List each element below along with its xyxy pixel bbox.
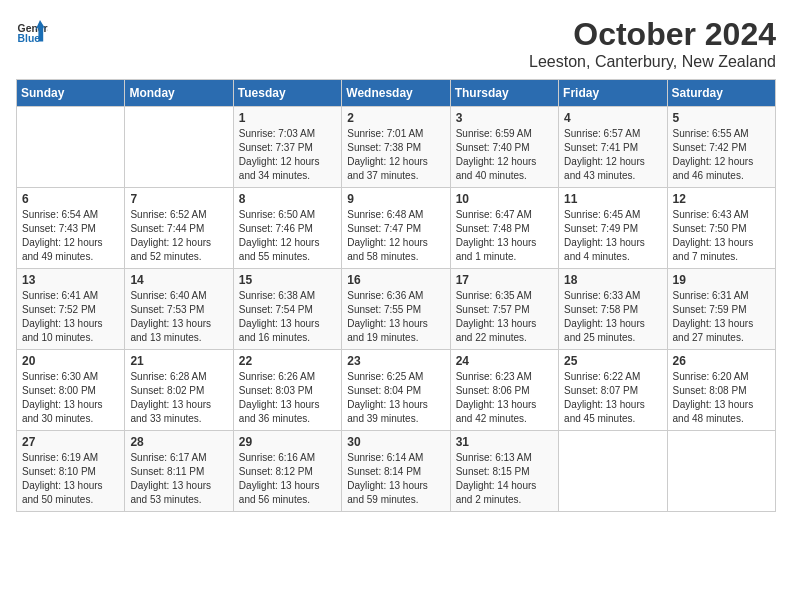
day-number: 10: [456, 192, 553, 206]
calendar-cell: 19Sunrise: 6:31 AM Sunset: 7:59 PM Dayli…: [667, 269, 775, 350]
day-info: Sunrise: 6:45 AM Sunset: 7:49 PM Dayligh…: [564, 208, 661, 264]
day-info: Sunrise: 6:36 AM Sunset: 7:55 PM Dayligh…: [347, 289, 444, 345]
day-number: 19: [673, 273, 770, 287]
day-number: 28: [130, 435, 227, 449]
calendar-cell: 25Sunrise: 6:22 AM Sunset: 8:07 PM Dayli…: [559, 350, 667, 431]
weekday-header: Wednesday: [342, 80, 450, 107]
calendar-week-row: 1Sunrise: 7:03 AM Sunset: 7:37 PM Daylig…: [17, 107, 776, 188]
day-number: 16: [347, 273, 444, 287]
calendar-cell: 15Sunrise: 6:38 AM Sunset: 7:54 PM Dayli…: [233, 269, 341, 350]
day-number: 17: [456, 273, 553, 287]
day-number: 3: [456, 111, 553, 125]
day-number: 26: [673, 354, 770, 368]
day-number: 14: [130, 273, 227, 287]
svg-text:General: General: [18, 23, 48, 34]
day-info: Sunrise: 6:13 AM Sunset: 8:15 PM Dayligh…: [456, 451, 553, 507]
day-info: Sunrise: 6:52 AM Sunset: 7:44 PM Dayligh…: [130, 208, 227, 264]
weekday-header-row: SundayMondayTuesdayWednesdayThursdayFrid…: [17, 80, 776, 107]
day-info: Sunrise: 6:59 AM Sunset: 7:40 PM Dayligh…: [456, 127, 553, 183]
calendar-cell: 23Sunrise: 6:25 AM Sunset: 8:04 PM Dayli…: [342, 350, 450, 431]
calendar-cell: 22Sunrise: 6:26 AM Sunset: 8:03 PM Dayli…: [233, 350, 341, 431]
day-info: Sunrise: 6:54 AM Sunset: 7:43 PM Dayligh…: [22, 208, 119, 264]
logo-icon: General Blue: [16, 16, 48, 48]
day-info: Sunrise: 6:47 AM Sunset: 7:48 PM Dayligh…: [456, 208, 553, 264]
day-info: Sunrise: 6:20 AM Sunset: 8:08 PM Dayligh…: [673, 370, 770, 426]
weekday-header: Thursday: [450, 80, 558, 107]
calendar-week-row: 20Sunrise: 6:30 AM Sunset: 8:00 PM Dayli…: [17, 350, 776, 431]
day-number: 20: [22, 354, 119, 368]
day-number: 23: [347, 354, 444, 368]
calendar-week-row: 6Sunrise: 6:54 AM Sunset: 7:43 PM Daylig…: [17, 188, 776, 269]
day-number: 27: [22, 435, 119, 449]
calendar-cell: 7Sunrise: 6:52 AM Sunset: 7:44 PM Daylig…: [125, 188, 233, 269]
calendar-cell: 5Sunrise: 6:55 AM Sunset: 7:42 PM Daylig…: [667, 107, 775, 188]
calendar-table: SundayMondayTuesdayWednesdayThursdayFrid…: [16, 79, 776, 512]
weekday-header: Friday: [559, 80, 667, 107]
day-number: 2: [347, 111, 444, 125]
day-number: 21: [130, 354, 227, 368]
calendar-cell: 13Sunrise: 6:41 AM Sunset: 7:52 PM Dayli…: [17, 269, 125, 350]
day-info: Sunrise: 6:26 AM Sunset: 8:03 PM Dayligh…: [239, 370, 336, 426]
day-info: Sunrise: 6:16 AM Sunset: 8:12 PM Dayligh…: [239, 451, 336, 507]
day-info: Sunrise: 6:22 AM Sunset: 8:07 PM Dayligh…: [564, 370, 661, 426]
day-number: 12: [673, 192, 770, 206]
day-info: Sunrise: 7:03 AM Sunset: 7:37 PM Dayligh…: [239, 127, 336, 183]
calendar-cell: 9Sunrise: 6:48 AM Sunset: 7:47 PM Daylig…: [342, 188, 450, 269]
day-info: Sunrise: 7:01 AM Sunset: 7:38 PM Dayligh…: [347, 127, 444, 183]
calendar-cell: 28Sunrise: 6:17 AM Sunset: 8:11 PM Dayli…: [125, 431, 233, 512]
calendar-cell: 14Sunrise: 6:40 AM Sunset: 7:53 PM Dayli…: [125, 269, 233, 350]
day-number: 29: [239, 435, 336, 449]
day-info: Sunrise: 6:28 AM Sunset: 8:02 PM Dayligh…: [130, 370, 227, 426]
day-info: Sunrise: 6:31 AM Sunset: 7:59 PM Dayligh…: [673, 289, 770, 345]
day-info: Sunrise: 6:41 AM Sunset: 7:52 PM Dayligh…: [22, 289, 119, 345]
calendar-cell: [17, 107, 125, 188]
day-number: 11: [564, 192, 661, 206]
svg-text:Blue: Blue: [18, 33, 41, 44]
calendar-cell: 8Sunrise: 6:50 AM Sunset: 7:46 PM Daylig…: [233, 188, 341, 269]
calendar-cell: 6Sunrise: 6:54 AM Sunset: 7:43 PM Daylig…: [17, 188, 125, 269]
day-info: Sunrise: 6:35 AM Sunset: 7:57 PM Dayligh…: [456, 289, 553, 345]
month-title: October 2024: [529, 16, 776, 53]
day-info: Sunrise: 6:57 AM Sunset: 7:41 PM Dayligh…: [564, 127, 661, 183]
calendar-cell: 17Sunrise: 6:35 AM Sunset: 7:57 PM Dayli…: [450, 269, 558, 350]
calendar-cell: [125, 107, 233, 188]
day-info: Sunrise: 6:48 AM Sunset: 7:47 PM Dayligh…: [347, 208, 444, 264]
day-number: 15: [239, 273, 336, 287]
day-number: 24: [456, 354, 553, 368]
day-number: 4: [564, 111, 661, 125]
day-number: 31: [456, 435, 553, 449]
calendar-cell: 4Sunrise: 6:57 AM Sunset: 7:41 PM Daylig…: [559, 107, 667, 188]
calendar-cell: 24Sunrise: 6:23 AM Sunset: 8:06 PM Dayli…: [450, 350, 558, 431]
day-number: 30: [347, 435, 444, 449]
location-title: Leeston, Canterbury, New Zealand: [529, 53, 776, 71]
calendar-cell: 11Sunrise: 6:45 AM Sunset: 7:49 PM Dayli…: [559, 188, 667, 269]
day-number: 6: [22, 192, 119, 206]
title-block: October 2024 Leeston, Canterbury, New Ze…: [529, 16, 776, 71]
calendar-cell: 21Sunrise: 6:28 AM Sunset: 8:02 PM Dayli…: [125, 350, 233, 431]
calendar-cell: 2Sunrise: 7:01 AM Sunset: 7:38 PM Daylig…: [342, 107, 450, 188]
day-info: Sunrise: 6:33 AM Sunset: 7:58 PM Dayligh…: [564, 289, 661, 345]
weekday-header: Sunday: [17, 80, 125, 107]
day-number: 22: [239, 354, 336, 368]
calendar-cell: 10Sunrise: 6:47 AM Sunset: 7:48 PM Dayli…: [450, 188, 558, 269]
day-info: Sunrise: 6:55 AM Sunset: 7:42 PM Dayligh…: [673, 127, 770, 183]
calendar-cell: 26Sunrise: 6:20 AM Sunset: 8:08 PM Dayli…: [667, 350, 775, 431]
day-info: Sunrise: 6:40 AM Sunset: 7:53 PM Dayligh…: [130, 289, 227, 345]
day-info: Sunrise: 6:38 AM Sunset: 7:54 PM Dayligh…: [239, 289, 336, 345]
page-header: General Blue October 2024 Leeston, Cante…: [16, 16, 776, 71]
day-number: 9: [347, 192, 444, 206]
calendar-cell: [667, 431, 775, 512]
day-info: Sunrise: 6:25 AM Sunset: 8:04 PM Dayligh…: [347, 370, 444, 426]
weekday-header: Tuesday: [233, 80, 341, 107]
calendar-cell: 3Sunrise: 6:59 AM Sunset: 7:40 PM Daylig…: [450, 107, 558, 188]
calendar-cell: [559, 431, 667, 512]
calendar-cell: 1Sunrise: 7:03 AM Sunset: 7:37 PM Daylig…: [233, 107, 341, 188]
day-number: 5: [673, 111, 770, 125]
day-number: 18: [564, 273, 661, 287]
day-number: 7: [130, 192, 227, 206]
day-info: Sunrise: 6:17 AM Sunset: 8:11 PM Dayligh…: [130, 451, 227, 507]
weekday-header: Monday: [125, 80, 233, 107]
day-number: 13: [22, 273, 119, 287]
weekday-header: Saturday: [667, 80, 775, 107]
calendar-week-row: 13Sunrise: 6:41 AM Sunset: 7:52 PM Dayli…: [17, 269, 776, 350]
